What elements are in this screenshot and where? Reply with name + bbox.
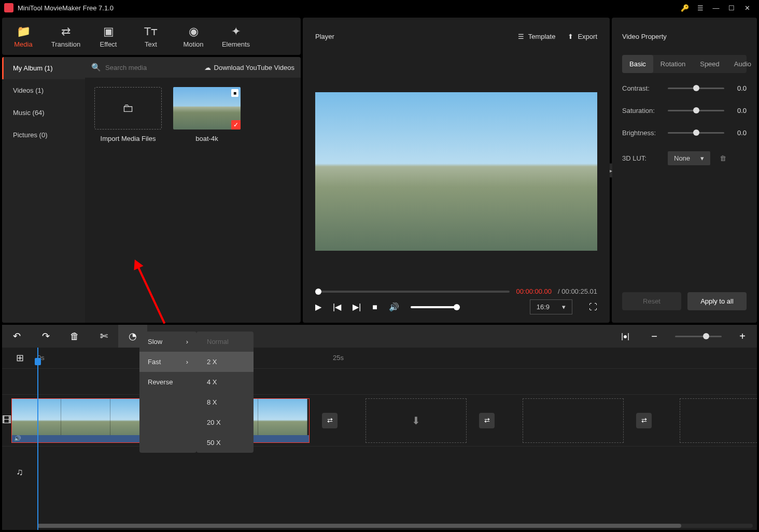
speed-option-20x[interactable]: 20 X (196, 412, 254, 433)
audio-track[interactable] (37, 447, 757, 498)
property-tab-speed[interactable]: Speed (693, 55, 727, 73)
prev-frame-button[interactable]: |◀ (333, 302, 341, 312)
fullscreen-button[interactable]: ⛶ (589, 303, 597, 312)
brightness-value: 0.0 (728, 129, 747, 137)
speed-menu: Slow› Fast› Reverse (139, 332, 196, 453)
chevron-right-icon: › (186, 338, 188, 346)
speed-option-8x[interactable]: 8 X (196, 392, 254, 412)
split-button[interactable]: ✄ (89, 330, 118, 342)
transition-slot[interactable]: ⇄ (479, 413, 495, 428)
saturation-slider[interactable] (668, 110, 724, 111)
speed-fast-item[interactable]: Fast› (139, 352, 196, 372)
saturation-value: 0.0 (728, 107, 747, 114)
saturation-label: Saturation: (622, 107, 664, 114)
speed-option-50x[interactable]: 50 X (196, 433, 254, 453)
next-frame-button[interactable]: ▶| (353, 302, 361, 312)
aspect-ratio-select[interactable]: 16:9▾ (530, 299, 572, 314)
speed-option-2x[interactable]: 2 X (196, 352, 254, 372)
effect-icon: ▣ (103, 25, 114, 38)
tab-media[interactable]: 📁Media (2, 18, 45, 55)
stop-button[interactable]: ■ (372, 303, 377, 312)
property-tab-basic[interactable]: Basic (622, 55, 653, 73)
tab-elements[interactable]: ✦Elements (215, 18, 257, 55)
app-title: MiniTool MovieMaker Free 7.1.0 (18, 4, 114, 12)
menu-icon[interactable]: ☰ (693, 0, 708, 16)
template-icon: ☰ (518, 33, 524, 40)
sidebar-pictures[interactable]: Pictures (0) (2, 124, 85, 146)
playhead[interactable] (37, 348, 38, 530)
undo-button[interactable]: ↶ (2, 330, 31, 342)
speed-reverse-item[interactable]: Reverse (139, 372, 196, 392)
speaker-icon: 🔊 (14, 435, 21, 442)
sidebar-videos[interactable]: Videos (1) (2, 79, 85, 102)
close-button[interactable]: ✕ (739, 0, 755, 16)
elements-icon: ✦ (231, 25, 241, 38)
audio-track-icon: ♫ (2, 447, 37, 498)
chevron-down-icon: ▾ (700, 154, 704, 162)
media-thumbnail-label: boat-4k (195, 135, 218, 142)
property-title: Video Property (622, 33, 667, 40)
timeline-scrollbar[interactable] (37, 524, 753, 528)
chevron-down-icon: ▾ (562, 303, 566, 311)
import-label: Import Media Files (101, 135, 156, 142)
tab-effect[interactable]: ▣Effect (87, 18, 130, 55)
volume-slider[interactable] (411, 306, 460, 308)
speed-option-4x[interactable]: 4 X (196, 372, 254, 392)
transition-slot[interactable]: ⇄ (322, 413, 338, 428)
play-button[interactable]: ▶ (315, 302, 321, 312)
minimize-button[interactable]: — (708, 0, 724, 16)
fit-timeline-button[interactable]: |●| (611, 332, 640, 340)
template-button[interactable]: ☰Template (518, 33, 556, 40)
delete-button[interactable]: 🗑 (60, 331, 89, 342)
download-youtube-button[interactable]: ☁Download YouTube Videos (204, 64, 294, 71)
brightness-slider[interactable] (668, 132, 724, 134)
search-input[interactable] (105, 64, 192, 71)
app-logo (4, 3, 13, 12)
total-time: / 00:00:25.01 (558, 287, 597, 295)
export-button[interactable]: ⬆Export (568, 33, 597, 40)
volume-icon[interactable]: 🔊 (389, 302, 399, 312)
collapse-panel-button[interactable]: ▸ (610, 163, 612, 177)
speed-option-normal[interactable]: Normal (196, 332, 254, 352)
lut-delete-button[interactable]: 🗑 (720, 154, 726, 162)
contrast-label: Contrast: (622, 84, 664, 92)
search-icon: 🔍 (91, 63, 101, 72)
property-tab-rotation[interactable]: Rotation (653, 55, 693, 73)
activate-key-icon[interactable]: 🔑 (677, 0, 693, 16)
player-title: Player (315, 33, 334, 40)
lut-select[interactable]: None▾ (668, 151, 710, 165)
seek-slider[interactable] (315, 291, 510, 293)
video-badge-icon: ■ (231, 89, 238, 97)
media-thumbnail[interactable]: ■ ✓ (173, 87, 241, 130)
text-icon: Tᴛ (144, 25, 158, 38)
zoom-out-button[interactable]: − (640, 330, 669, 342)
tab-text[interactable]: TᴛText (130, 18, 172, 55)
ruler-mark-25: 25s (333, 354, 344, 362)
zoom-slider[interactable] (675, 336, 722, 337)
zoom-in-button[interactable]: + (728, 330, 757, 342)
speed-submenu: Normal 2 X 4 X 8 X 20 X 50 X (196, 332, 254, 453)
contrast-value: 0.0 (728, 84, 747, 92)
clip-placeholder[interactable] (680, 398, 757, 443)
property-tab-audio[interactable]: Audio (727, 55, 758, 73)
maximize-button[interactable]: ☐ (724, 0, 739, 16)
sidebar-music[interactable]: Music (64) (2, 102, 85, 124)
youtube-icon: ☁ (204, 64, 211, 71)
folder-icon: 📁 (17, 25, 31, 38)
add-track-button[interactable]: ⊞ (2, 348, 37, 368)
sidebar-my-album[interactable]: My Album (1) (2, 57, 85, 79)
reset-button[interactable]: Reset (622, 292, 681, 310)
speed-slow-item[interactable]: Slow› (139, 332, 196, 352)
video-preview[interactable] (315, 92, 597, 251)
redo-button[interactable]: ↷ (31, 330, 60, 342)
import-media-button[interactable]: 🗀 (94, 87, 162, 130)
contrast-slider[interactable] (668, 88, 724, 89)
clip-placeholder[interactable] (523, 398, 624, 443)
clip-placeholder[interactable]: ⬇ (366, 398, 467, 443)
export-icon: ⬆ (568, 33, 573, 40)
lut-label: 3D LUT: (622, 154, 664, 162)
tab-transition[interactable]: ⇄Transition (45, 18, 87, 55)
tab-motion[interactable]: ◉Motion (172, 18, 215, 55)
apply-all-button[interactable]: Apply to all (687, 292, 747, 310)
transition-slot[interactable]: ⇄ (636, 413, 652, 428)
